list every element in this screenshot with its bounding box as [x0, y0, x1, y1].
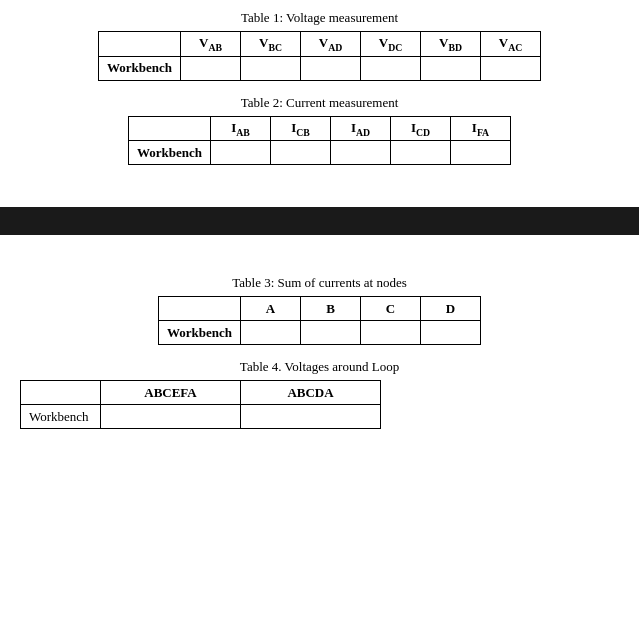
- table2-section: Table 2: Current measurement IAB ICB IAD…: [20, 95, 619, 166]
- page-bottom: Table 3: Sum of currents at nodes A B C …: [0, 235, 639, 453]
- table4-row-label: Workbench: [21, 405, 101, 429]
- table2-cell-iad: [331, 141, 391, 165]
- table4: ABCEFA ABCDA Workbench: [20, 380, 381, 429]
- table2-caption: Table 2: Current measurement: [241, 95, 399, 111]
- table1-section: Table 1: Voltage measurement VAB VBC VAD…: [20, 10, 619, 81]
- table1-cell-vad: [301, 56, 361, 80]
- table2-header-iad: IAD: [331, 116, 391, 141]
- table1-header-vbc: VBC: [241, 32, 301, 57]
- table4-cell-abcda: [241, 405, 381, 429]
- table2-cell-icd: [391, 141, 451, 165]
- page-top: Table 1: Voltage measurement VAB VBC VAD…: [0, 0, 639, 189]
- table3-header-d: D: [421, 297, 481, 321]
- table1-header-vac: VAC: [481, 32, 541, 57]
- table4-section: Table 4. Voltages around Loop ABCEFA ABC…: [20, 359, 619, 429]
- table1-header-vdc: VDC: [361, 32, 421, 57]
- table2-header-icb: ICB: [271, 116, 331, 141]
- table4-header-abcda: ABCDA: [241, 381, 381, 405]
- table1-header-vab: VAB: [181, 32, 241, 57]
- table3-header-c: C: [361, 297, 421, 321]
- table1-header-vad: VAD: [301, 32, 361, 57]
- table1-cell-vbc: [241, 56, 301, 80]
- table3: A B C D Workbench: [158, 296, 481, 345]
- table1-cell-vdc: [361, 56, 421, 80]
- table3-cell-d: [421, 321, 481, 345]
- table3-section: Table 3: Sum of currents at nodes A B C …: [20, 275, 619, 345]
- table2-cell-icb: [271, 141, 331, 165]
- table1-cell-vbd: [421, 56, 481, 80]
- table2-cell-iab: [211, 141, 271, 165]
- table4-caption: Table 4. Voltages around Loop: [20, 359, 619, 375]
- table1-caption: Table 1: Voltage measurement: [241, 10, 398, 26]
- divider-bar: [0, 207, 639, 235]
- table2-header-ifa: IFA: [451, 116, 511, 141]
- table1-cell-vac: [481, 56, 541, 80]
- table1: VAB VBC VAD VDC VBD VAC Workbench: [98, 31, 541, 81]
- table1-header-vbd: VBD: [421, 32, 481, 57]
- table2-row-label: Workbench: [128, 141, 210, 165]
- table3-cell-b: [301, 321, 361, 345]
- table2-header-iab: IAB: [211, 116, 271, 141]
- table3-cell-a: [241, 321, 301, 345]
- table1-row-label: Workbench: [98, 56, 180, 80]
- table3-caption: Table 3: Sum of currents at nodes: [232, 275, 407, 291]
- table2: IAB ICB IAD ICD IFA Workbench: [128, 116, 511, 166]
- table3-header-b: B: [301, 297, 361, 321]
- table3-row-label: Workbench: [158, 321, 240, 345]
- table1-cell-vab: [181, 56, 241, 80]
- table3-header-a: A: [241, 297, 301, 321]
- table4-cell-abcefa: [101, 405, 241, 429]
- table3-cell-c: [361, 321, 421, 345]
- table4-header-abcefa: ABCEFA: [101, 381, 241, 405]
- table2-header-icd: ICD: [391, 116, 451, 141]
- table2-cell-ifa: [451, 141, 511, 165]
